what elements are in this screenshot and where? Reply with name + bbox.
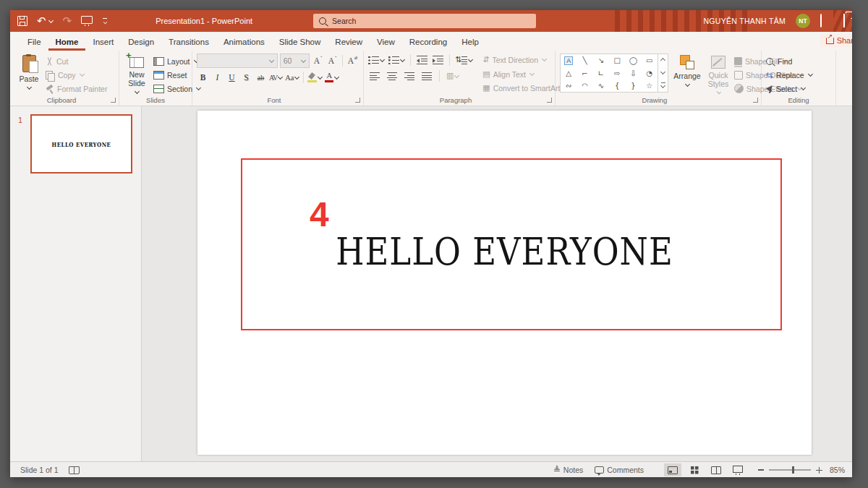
decrease-indent-button[interactable] — [416, 53, 428, 67]
select-button[interactable]: Select — [766, 82, 813, 95]
font-size-combobox[interactable]: 60 — [280, 53, 310, 68]
tab-transitions[interactable]: Transitions — [161, 34, 216, 51]
replace-button[interactable]: ⇆Replace — [766, 69, 813, 81]
tab-recording[interactable]: Recording — [402, 34, 454, 51]
text-shadow-button[interactable]: S — [240, 71, 252, 84]
drawing-dialog-launcher[interactable] — [753, 98, 758, 103]
find-button[interactable]: Find — [766, 55, 813, 67]
change-case-button[interactable]: Aa — [285, 71, 299, 84]
zoom-slider-handle[interactable] — [792, 466, 795, 474]
spell-check-icon[interactable] — [69, 466, 80, 474]
slide-canvas[interactable]: 4 HELLO EVERYONE — [197, 111, 812, 455]
restore-button[interactable] — [842, 14, 845, 27]
left-brace-shape-icon[interactable]: { — [615, 82, 619, 90]
slide-title-text[interactable]: HELLO EVERYONE — [197, 228, 812, 274]
star-shape-icon[interactable]: ☆ — [646, 82, 652, 90]
clear-formatting-button[interactable]: A⌀ — [346, 54, 359, 67]
tab-view[interactable]: View — [370, 34, 402, 51]
slide-thumbnail[interactable]: HELLO EVERYONE — [30, 114, 132, 174]
align-center-button[interactable] — [386, 69, 398, 82]
shapes-scroll-down-button[interactable] — [660, 69, 665, 74]
zoom-out-button[interactable] — [758, 469, 764, 470]
triangle-shape-icon[interactable]: △ — [566, 70, 571, 77]
ribbon-display-options-icon — [820, 14, 822, 27]
down-arrow-shape-icon[interactable]: ⇩ — [630, 70, 636, 77]
redo-button[interactable]: ↷ — [63, 17, 72, 25]
elbow-connector-shape-icon[interactable]: ⌐ — [582, 70, 587, 77]
numbering-button[interactable] — [388, 53, 405, 67]
line-shape-icon[interactable]: ╲ — [582, 57, 587, 64]
right-arrow-shape-icon[interactable]: ⇨ — [614, 70, 620, 77]
arrow-shape-icon[interactable]: ↘ — [598, 57, 604, 64]
shapes-scroll-up-button[interactable] — [660, 58, 665, 63]
increase-indent-button[interactable] — [432, 53, 444, 67]
shapes-gallery[interactable]: A ╲ ↘ □ ◯ ▭ △ ⌐ ∟ ⇨ ⇩ ◔ ∾ ◠ ∿ { } — [560, 53, 668, 95]
font-dialog-launcher[interactable] — [355, 98, 360, 103]
ribbon-display-options-button[interactable] — [820, 14, 822, 27]
share-button[interactable]: Share — [820, 34, 852, 47]
text-box-shape-icon[interactable]: A — [564, 56, 573, 65]
clipboard-dialog-launcher[interactable] — [111, 98, 116, 103]
zoom-in-button[interactable] — [816, 467, 822, 474]
avatar[interactable]: NT — [796, 14, 810, 28]
decrease-font-size-button[interactable]: Aˇ — [326, 54, 339, 67]
zoom-level[interactable]: 85% — [827, 466, 845, 474]
zoom-slider-track[interactable] — [769, 469, 811, 470]
reading-view-button[interactable] — [707, 463, 725, 476]
arc-shape-icon[interactable]: ◠ — [582, 82, 588, 90]
tab-home[interactable]: Home — [48, 34, 86, 51]
start-from-beginning-button[interactable] — [81, 16, 93, 26]
tab-help[interactable]: Help — [454, 34, 486, 51]
slide-sorter-view-button[interactable] — [686, 463, 703, 476]
new-slide-button[interactable]: New Slide — [124, 53, 150, 95]
line-spacing-button[interactable]: ⇅ — [455, 53, 473, 67]
undo-button[interactable]: ↶ — [37, 17, 54, 25]
font-name-combobox[interactable] — [197, 53, 278, 68]
rectangle-shape-icon[interactable]: □ — [613, 57, 620, 64]
block-arc-shape-icon[interactable]: ◔ — [646, 70, 652, 77]
tab-review[interactable]: Review — [328, 34, 370, 51]
align-right-button[interactable] — [403, 69, 415, 82]
columns-button[interactable]: ▥ — [446, 69, 459, 82]
arrange-button[interactable]: Arrange — [672, 53, 702, 95]
font-color-button[interactable]: A — [325, 71, 339, 84]
paste-button[interactable]: Paste — [16, 53, 42, 95]
tab-design[interactable]: Design — [121, 34, 161, 51]
angle-shape-icon[interactable]: ∟ — [598, 70, 604, 77]
bullets-button[interactable] — [368, 53, 385, 67]
curve-shape-icon[interactable]: ∿ — [598, 82, 604, 90]
customize-qat-button[interactable] — [102, 18, 108, 24]
shapes-more-button[interactable] — [661, 82, 665, 87]
right-brace-shape-icon[interactable]: } — [631, 82, 635, 90]
save-button[interactable] — [17, 16, 27, 26]
normal-view-button[interactable] — [664, 463, 681, 476]
slide-show-view-button[interactable] — [729, 463, 746, 476]
search-box[interactable]: Search — [313, 14, 536, 28]
text-highlight-button[interactable] — [307, 71, 323, 84]
rounded-rectangle-shape-icon[interactable]: ▭ — [646, 57, 652, 64]
underline-button[interactable]: U — [226, 71, 238, 84]
user-name[interactable]: NGUYỄN THANH TÂM — [703, 17, 786, 25]
tab-file[interactable]: File — [20, 34, 48, 51]
character-spacing-button[interactable]: AV — [269, 71, 283, 84]
oval-shape-icon[interactable]: ◯ — [629, 57, 637, 64]
tab-insert[interactable]: Insert — [85, 34, 121, 51]
bold-button[interactable]: B — [197, 71, 209, 84]
format-painter-button[interactable]: Format Painter — [46, 82, 107, 95]
scribble-shape-icon[interactable]: ∾ — [566, 82, 571, 90]
tab-slide-show[interactable]: Slide Show — [272, 34, 328, 51]
notes-button[interactable]: ≜Notes — [553, 466, 584, 474]
quick-styles-button[interactable]: Quick Styles — [706, 53, 731, 95]
strikethrough-button[interactable]: ab — [255, 71, 267, 84]
align-left-button[interactable] — [368, 69, 380, 82]
cut-button[interactable]: Cut — [46, 55, 107, 67]
tab-animations[interactable]: Animations — [216, 34, 272, 51]
justify-button[interactable] — [420, 69, 433, 82]
italic-button[interactable]: I — [211, 71, 224, 84]
chevron-down-icon — [685, 82, 690, 87]
copy-button[interactable]: Copy — [46, 69, 107, 81]
paragraph-dialog-launcher[interactable] — [547, 98, 552, 103]
increase-font-size-button[interactable]: Aˆ — [312, 54, 324, 67]
comments-button[interactable]: Comments — [595, 466, 644, 474]
new-slide-icon — [129, 57, 144, 68]
